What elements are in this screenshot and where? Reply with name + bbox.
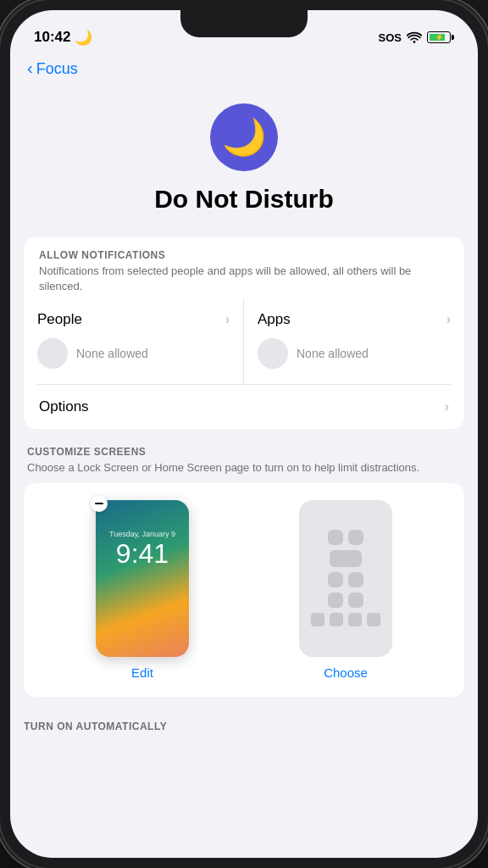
home-icon-2 xyxy=(348,530,363,545)
people-chevron-icon: › xyxy=(225,312,230,327)
choose-label: Choose xyxy=(324,665,368,680)
customize-card: Tuesday, January 9 9:41 Edit xyxy=(24,483,464,697)
section-header-notifications: ALLOW NOTIFICATIONS Notifications from s… xyxy=(24,237,464,299)
dock-icon-3 xyxy=(348,613,362,626)
dnd-moon-icon: 🌙 xyxy=(222,120,266,155)
dnd-icon-circle: 🌙 xyxy=(210,103,278,171)
dock-icon-4 xyxy=(367,613,380,626)
home-icon-row-3 xyxy=(328,572,363,587)
turn-on-label: TURN ON AUTOMATICALLY xyxy=(24,721,464,732)
apps-avatar xyxy=(258,338,288,369)
options-chevron-icon: › xyxy=(445,399,449,415)
home-icon-4 xyxy=(348,572,363,587)
edit-label: Edit xyxy=(131,665,153,680)
moon-icon: 🌙 xyxy=(75,29,92,47)
back-label: Focus xyxy=(36,60,78,78)
people-cell-row: None allowed xyxy=(37,338,230,369)
notch xyxy=(180,10,308,37)
customize-section-desc: Choose a Lock Screen or Home Screen page… xyxy=(27,460,461,476)
people-none-allowed: None allowed xyxy=(76,347,148,360)
lock-screen-date: Tuesday, January 9 xyxy=(96,530,189,538)
home-icon-row-2 xyxy=(330,550,362,567)
dock-icon-1 xyxy=(311,613,324,626)
apps-title: Apps xyxy=(258,311,291,328)
nav-bar: ‹ Focus xyxy=(10,53,478,86)
time-display: 10:42 xyxy=(34,29,70,46)
minus-badge[interactable] xyxy=(91,495,108,512)
bottom-hint: TURN ON AUTOMATICALLY xyxy=(10,714,478,736)
home-icon-wide xyxy=(330,550,362,567)
home-icon-6 xyxy=(348,593,363,608)
options-row[interactable]: Options › xyxy=(24,385,464,429)
home-icon-row-4 xyxy=(328,593,363,608)
status-time: 10:42 🌙 xyxy=(34,29,92,47)
screen-content[interactable]: ‹ Focus 🌙 Do Not Disturb ALLOW NOTIFICAT… xyxy=(10,53,478,858)
battery-icon: ⚡ xyxy=(427,31,454,43)
notifications-grid: People › None allowed Apps › xyxy=(24,299,464,384)
customize-section-header: CUSTOMIZE SCREENS Choose a Lock Screen o… xyxy=(24,446,464,482)
back-button[interactable]: ‹ Focus xyxy=(27,59,461,78)
notifications-section-label: ALLOW NOTIFICATIONS xyxy=(39,249,449,261)
page-title: Do Not Disturb xyxy=(154,185,334,214)
status-right: SOS ⚡ xyxy=(379,31,454,44)
apps-cell[interactable]: Apps › None allowed xyxy=(244,299,464,384)
lock-screen-background: Tuesday, January 9 9:41 xyxy=(96,500,189,657)
allow-notifications-section: ALLOW NOTIFICATIONS Notifications from s… xyxy=(24,237,464,429)
home-icon-row-dock xyxy=(311,613,380,626)
phone-screen: 10:42 🌙 SOS ⚡ xyxy=(10,10,478,858)
apps-cell-header: Apps › xyxy=(258,311,451,328)
people-title: People xyxy=(37,311,82,328)
home-screen-option[interactable]: Choose xyxy=(299,500,392,680)
home-icon-5 xyxy=(328,593,343,608)
options-title: Options xyxy=(39,398,89,415)
charging-bolt: ⚡ xyxy=(435,33,444,42)
phone-frame: 10:42 🌙 SOS ⚡ xyxy=(0,0,488,868)
hero-section: 🌙 Do Not Disturb xyxy=(10,86,478,237)
people-cell-header: People › xyxy=(37,311,230,328)
sos-indicator: SOS xyxy=(379,31,402,44)
home-icon-3 xyxy=(328,572,343,587)
people-cell[interactable]: People › None allowed xyxy=(24,299,244,384)
minus-icon xyxy=(95,503,103,504)
lock-screen-option[interactable]: Tuesday, January 9 9:41 Edit xyxy=(96,500,189,680)
apps-chevron-icon: › xyxy=(446,312,451,327)
customize-section-label: CUSTOMIZE SCREENS xyxy=(27,446,461,458)
notifications-section-desc: Notifications from selected people and a… xyxy=(39,264,449,294)
customize-screens-section: CUSTOMIZE SCREENS Choose a Lock Screen o… xyxy=(24,446,464,696)
home-screen-preview xyxy=(299,500,392,657)
dock-icon-2 xyxy=(330,613,343,626)
people-avatar xyxy=(37,338,68,369)
apps-cell-row: None allowed xyxy=(258,338,451,369)
home-icon-1 xyxy=(328,530,343,545)
home-icon-row-1 xyxy=(328,530,363,545)
back-chevron-icon: ‹ xyxy=(27,58,33,78)
apps-none-allowed: None allowed xyxy=(297,347,369,360)
lock-screen-time-display: Tuesday, January 9 9:41 xyxy=(96,530,189,570)
lock-screen-time: 9:41 xyxy=(96,538,189,570)
lock-screen-preview: Tuesday, January 9 9:41 xyxy=(96,500,189,657)
lock-screen-wrapper: Tuesday, January 9 9:41 xyxy=(96,500,189,657)
wifi-icon xyxy=(407,31,422,43)
